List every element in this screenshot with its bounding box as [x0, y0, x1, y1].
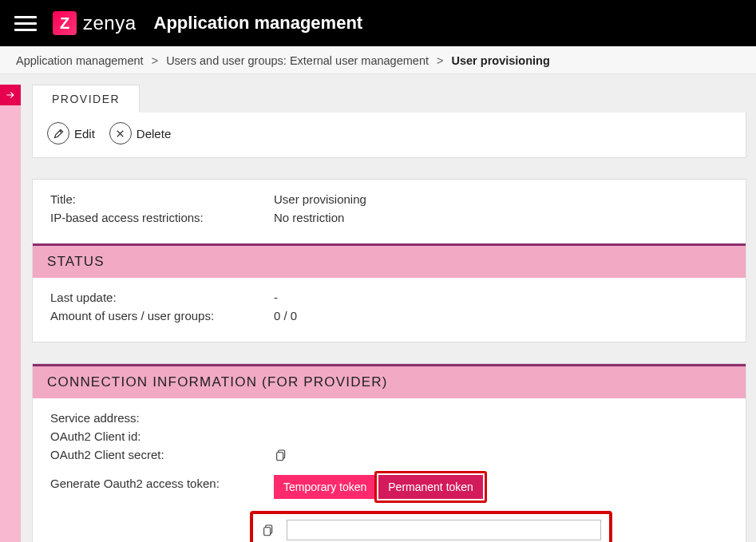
breadcrumb-separator: >	[437, 54, 443, 67]
title-label: Title:	[50, 192, 274, 206]
breadcrumb-separator: >	[152, 54, 158, 67]
last-update-value: -	[274, 291, 278, 304]
generate-token-label: Generate Oauth2 access token:	[50, 471, 274, 490]
users-count-label: Amount of users / user groups:	[50, 309, 274, 322]
pencil-icon	[47, 122, 69, 144]
ip-restriction-label: IP-based access restrictions:	[50, 211, 274, 224]
edit-label: Edit	[74, 127, 95, 140]
svg-rect-3	[264, 528, 271, 536]
page-title: Application management	[154, 13, 363, 34]
breadcrumb-item-active: User provisioning	[452, 54, 550, 67]
client-secret-label: OAuth2 Client secret:	[50, 448, 274, 465]
brand-name[interactable]: zenya	[83, 12, 137, 34]
arrow-right-icon	[5, 89, 16, 101]
last-update-label: Last update:	[50, 291, 274, 304]
breadcrumb-item[interactable]: Application management	[16, 54, 144, 67]
hamburger-menu-icon[interactable]	[14, 12, 37, 34]
details-panel: Title: User provisioning IP-based access…	[32, 179, 746, 342]
connection-panel: CONNECTION INFORMATION (FOR PROVIDER) Se…	[32, 363, 746, 542]
users-count-value: 0 / 0	[274, 309, 297, 322]
status-heading: STATUS	[33, 243, 746, 278]
token-output-field[interactable]	[287, 520, 601, 540]
token-output-highlight	[250, 511, 612, 542]
expand-sidebar-button[interactable]	[0, 85, 21, 105]
title-value: User provisioning	[274, 192, 366, 206]
ip-restriction-value: No restriction	[274, 211, 344, 224]
copy-client-secret-icon[interactable]	[274, 448, 288, 462]
permanent-token-button[interactable]: Permanent token	[378, 475, 483, 499]
close-icon	[109, 122, 132, 144]
breadcrumb: Application management > Users and user …	[0, 46, 756, 74]
client-id-label: OAuth2 Client id:	[50, 429, 274, 443]
breadcrumb-item[interactable]: Users and user groups: External user man…	[166, 54, 429, 67]
service-address-label: Service address:	[50, 411, 274, 425]
connection-heading: CONNECTION INFORMATION (FOR PROVIDER)	[33, 364, 746, 398]
left-sidebar-strip	[0, 85, 21, 542]
content-area: PROVIDER Edit Delete Title: User provisi…	[32, 85, 746, 542]
delete-label: Delete	[137, 127, 171, 140]
brand-logo[interactable]: Z	[53, 11, 77, 35]
svg-rect-1	[277, 453, 283, 461]
delete-button[interactable]: Delete	[106, 119, 174, 148]
tab-provider[interactable]: PROVIDER	[32, 85, 140, 113]
temporary-token-button[interactable]: Temporary token	[274, 475, 376, 499]
toolbar-panel: Edit Delete	[32, 113, 746, 158]
top-bar: Z zenya Application management	[0, 0, 756, 46]
copy-token-icon[interactable]	[261, 523, 275, 537]
edit-button[interactable]: Edit	[44, 119, 98, 148]
